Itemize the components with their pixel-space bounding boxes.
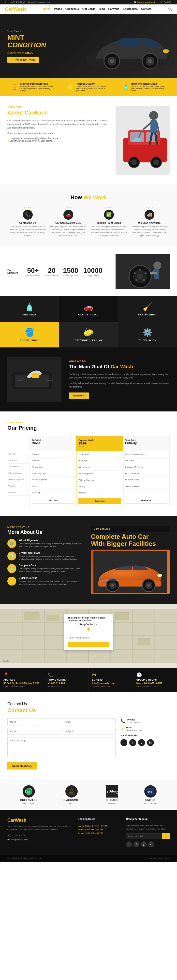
pricing-wrapper: Carwash Pre-wash Air Freshener Wheel Ali… [7,436,170,506]
order-button-2[interactable]: Order Now [78,498,121,504]
footer: CarWash We are the premier in the car wa… [0,810,177,855]
linkedin-icon[interactable]: in [147,739,154,746]
pricing-label-4: Wheel Alignment [7,470,30,476]
svg-point-7 [163,49,169,53]
service-name-eco-friendly: ECO FRIENDLY [5,339,54,342]
pricing-section: Our Pricing Our Pricing Carwash Pre-wash… [0,412,177,516]
newsletter-submit-button[interactable]: → [162,833,170,839]
price-col-per-2: /wash [78,445,121,447]
svg-point-16 [153,159,159,165]
service-name-car-washing: CAR WASHING [123,313,172,316]
map-email-input[interactable] [68,635,109,640]
facebook-icon[interactable]: f [120,739,127,746]
step-icon-1: 📞 [23,210,33,220]
svg-point-34 [153,261,161,269]
price-item-1-6: Waxing [30,483,76,490]
pricing-col-1-footer: Order Now [30,496,76,506]
nav-portfolio[interactable]: Portfolio [108,7,119,11]
map-form: The simplest design logic to ensure cust… [64,614,113,650]
price-col-price-3: Entirely [125,441,168,445]
search-icon[interactable]: 🔍 [168,7,172,11]
feature-desc-1: Our wheel alignment service is highly pr… [19,542,84,548]
svg-point-3 [110,59,114,63]
pricing-col-express-header: Express Wash $9.99 /wash [76,437,123,451]
service-name-wheel-align: WHEEL ALIGN [123,339,172,342]
greenville-sub: AUTO CARE [23,802,35,805]
top-book[interactable]: 📅 Book Appointment [133,1,155,3]
address-bar-item: 📍 ADDRESS 56 Old St, Ec1V 9AN, No. 52-58… [0,668,44,692]
name-input[interactable] [7,719,60,725]
nav-home[interactable]: Home [43,7,51,11]
phone-icon: 📞 [48,672,85,678]
step-desc-3: We will do a multiple point check on you… [90,225,127,237]
pricing-col-3-footer: Order Now [123,496,169,506]
nav-giftcards[interactable]: Gift Cards [82,7,95,11]
more-about-section: More About Us More About Us ⚙️ Wheel Ali… [0,516,177,604]
order-button-1[interactable]: Order Now [32,498,74,504]
strip-title-2: Perfect Quality [76,82,110,85]
goal-text: What We Do The Main Goal Of Car Wash Our… [69,360,170,399]
purchase-button[interactable]: 🛒 Purchase Theme [7,57,39,63]
address-icon: 📍 [3,672,41,678]
nav-blog[interactable]: Blog [99,7,105,11]
feature-title-4: Quicker Service [19,577,84,579]
step-desc-2: Through our proven Car Care System, we c… [50,225,87,237]
read-more-button[interactable]: Read More [69,393,89,399]
price-col-name-2: Express Wash [78,439,121,441]
send-message-button[interactable]: SEND MESSAGE [7,762,37,770]
glass-icon: 💎 [7,552,16,560]
footer-google-icon[interactable]: g [141,842,147,847]
contact-section: Contact Us Contact Us [0,692,177,780]
pricing-left-labels: Carwash Pre-wash Air Freshener Wheel Ali… [7,436,30,506]
google-plus-icon[interactable]: g [138,739,145,746]
footer-linkedin-icon[interactable]: in [148,842,154,847]
price-col-name-3: Total Care [125,439,168,441]
message-textarea[interactable] [7,737,115,757]
pricing-left-header [7,436,30,451]
pricing-col-total: Total Care Entirely Basic Preparation Pl… [123,436,169,506]
contact-name-icon: 📞 [120,719,125,723]
email-input[interactable] [63,719,115,725]
stat-num-returning: 1500 [63,267,78,275]
footer-phone-val: +1 023 456 7890 [12,834,27,837]
footer-facebook-icon[interactable]: f [126,842,132,847]
order-button-3[interactable]: Order Now [125,498,168,504]
phone-label: PHONE NUMBER [48,679,85,681]
footer-twitter-icon[interactable]: t [133,842,139,847]
subject-input[interactable] [63,728,115,735]
hero-sub: Your Cars in [7,30,46,33]
strip-title-1: Trained Professionals [20,82,54,85]
contact-tag: Contact Us [7,702,170,706]
newsletter-email-input[interactable] [126,833,162,839]
nav-shortcodes[interactable]: Shortcodes [123,7,138,11]
price-item-3-1: Basic Preparation Plan [123,451,169,458]
twitter-icon[interactable]: t [129,739,136,746]
nav-contact[interactable]: Contact [141,7,151,11]
contact-name-item: 📞 Phone:+1 001 712 188 [120,719,170,724]
name-form-group [7,719,60,725]
top-email: ✉ info@carwash.com [28,1,50,3]
svg-rect-40 [32,373,40,378]
map-submit-button[interactable]: → [68,642,109,648]
complete-auto-title: Complete Auto Car With Bigger Facilities [91,533,170,547]
navbar: CarWash Home Pages Chemicals Gift Cards … [0,5,177,14]
phone-input[interactable] [7,728,60,735]
car-washing-icon: 🧹 [123,302,172,312]
pricing-label-5: Without Alignment [7,476,30,483]
pricing-label-3: Air Freshener [7,464,30,470]
pricing-label-1: Carwash [7,451,30,457]
service-name-exterior-cleaning: EXTERIOR CLEANING [64,339,113,342]
top-cart[interactable]: 🛒 Cart (0) [160,1,171,3]
quicker-icon: ⚡ [7,577,16,585]
price-item-2-4: Wheel Alignment [76,471,123,477]
svg-point-14 [131,159,137,165]
nav-chemicals[interactable]: Chemicals [65,7,79,11]
united-badge: UAG [144,785,156,797]
map-container: Google The simplest design logic to ensu… [0,609,177,663]
partners-section: GV GREENVILLE AUTO CARE BS BLACKSMITH AU… [0,780,177,810]
service-exterior-cleaning: 🧽 EXTERIOR CLEANING [59,322,118,347]
stat-label-vehicles: Vehicles Washed [25,275,40,277]
nav-pages[interactable]: Pages [54,7,62,11]
subject-form-group [63,728,115,735]
stat-staff: 20 Staff Members [45,267,58,277]
